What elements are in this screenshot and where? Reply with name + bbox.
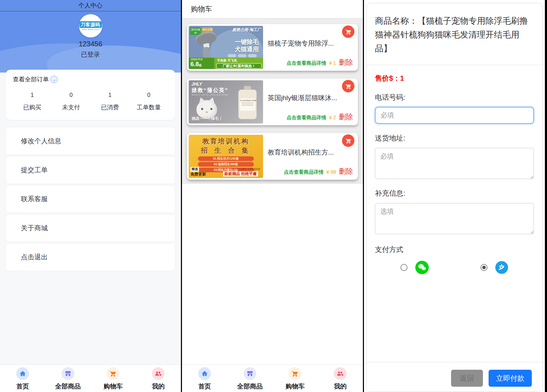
image-price-box: 活动到手价 6.8起	[189, 58, 214, 69]
cart-item-title[interactable]: 英国jhly银渐层猫咪沐...	[268, 93, 337, 103]
cart-item-actions: 点击查看商品详情 ¥ 1 删除	[287, 58, 353, 67]
menu-item-contact-support[interactable]: 联系客服	[6, 185, 175, 213]
cart-badge-icon[interactable]	[342, 134, 354, 147]
content-bar: 02.地推招生368套	[198, 162, 254, 167]
cart-item-brush: 满300减30 赠送运费险 新势力周·淘工厂 一键除毛 犬猫通用 活动到手价 6…	[187, 24, 358, 71]
stat-label: 已消费	[91, 103, 130, 111]
menu-item-logout[interactable]: 点击退出	[6, 243, 175, 271]
cart-icon	[107, 367, 119, 380]
image-headline: 一键除毛	[235, 38, 259, 46]
view-detail-link[interactable]: 点击查看商品详情	[287, 60, 326, 67]
wechat-radio[interactable]	[400, 264, 408, 271]
order-form: 售价$：1 电话号码: 送货地址: 补充信息: 支付方式	[366, 74, 542, 274]
sale-price: 售价$：1	[375, 74, 534, 83]
delete-button[interactable]: 删除	[339, 58, 353, 67]
profile-menu: 修改个人信息 提交工单 联系客服 关于商城 点击退出	[0, 127, 181, 271]
address-label: 送货地址:	[375, 133, 534, 143]
cart-item-shampoo: JHLY 拯救“蒲公英” MAGIC CATS LOVE BATHING CLE…	[187, 79, 358, 125]
nav-item-all-products[interactable]: 全部商品	[45, 365, 91, 392]
alipay-radio[interactable]	[480, 264, 488, 271]
nav-item-cart[interactable]: 购物车	[273, 365, 318, 392]
cart-panel: 购物车 满300减30 赠送运费险 新势力周·淘工厂 一键除毛 犬猫通用 活	[182, 0, 364, 392]
nav-item-me[interactable]: 我的	[318, 365, 363, 392]
product-image-brush[interactable]: 满300减30 赠送运费险 新势力周·淘工厂 一键除毛 犬猫通用 活动到手价 6…	[189, 26, 263, 69]
wechat-icon	[415, 261, 429, 274]
delete-button[interactable]: 删除	[339, 167, 353, 176]
image-note: 24小时自动发货 百度网盘秒发	[232, 168, 260, 171]
image-slogans: 不伤肤 不飞毛 厂家让利 限时疯抢！	[214, 58, 263, 69]
product-name: 商品名称：【猫梳子宠物专用除浮毛刷撸猫神器针梳狗狗猫咪毛发清理开结毛用品】	[366, 3, 542, 65]
cart-icon	[289, 367, 301, 380]
payment-option-alipay[interactable]	[455, 261, 534, 274]
nav-item-all-products[interactable]: 全部商品	[227, 365, 273, 392]
image-headline: 拯救“蒲公英”	[192, 87, 228, 94]
cart-badge-icon[interactable]	[342, 80, 354, 92]
image-headline: 教育培训机构	[189, 137, 263, 146]
cart-item-actions: 点击查看商品详情 ¥ 2 删除	[287, 112, 353, 122]
page-title: 购物车	[191, 4, 212, 14]
nav-item-cart[interactable]: 购物车	[91, 365, 136, 392]
stat-tickets: 0 工单数量	[129, 92, 168, 111]
nav-label: 购物车	[285, 382, 304, 391]
image-slogan: 挑战——不掉毛！	[192, 116, 223, 121]
nav-item-home[interactable]: 首页	[182, 365, 227, 392]
menu-item-about-mall[interactable]: 关于商城	[6, 214, 175, 242]
nav-label: 首页	[16, 382, 29, 391]
stat-label: 未支付	[52, 103, 91, 111]
stat-value: 0	[129, 92, 168, 98]
product-image-shampoo[interactable]: JHLY 拯救“蒲公英” MAGIC CATS LOVE BATHING CLE…	[189, 80, 263, 123]
image-note: 款款精品 拒绝平庸	[223, 171, 258, 177]
view-all-orders-label: 查看全部订单	[13, 75, 49, 83]
cart-header: 购物车	[182, 0, 363, 18]
profile-hero: 刀客源码 www.dkewl.com 123456 已登录	[0, 11, 181, 73]
page-title: 个人中心	[79, 1, 103, 10]
cart-item-title[interactable]: 猫梳子宠物专用除浮...	[268, 39, 337, 48]
logo-badge: 刀客源码	[79, 21, 102, 28]
cart-badge-icon[interactable]	[342, 25, 354, 38]
order-footer: 返回 立即付款	[366, 362, 542, 392]
alipay-icon	[495, 261, 508, 274]
image-note: 精选 免费更新	[190, 165, 206, 177]
payment-options	[375, 261, 534, 274]
campaign-text: 新势力周·淘工厂	[232, 27, 261, 33]
cart-item-education: 教育培训机构 招 生 合 集 01.招生话术1290套 02.地推招生368套 …	[187, 133, 358, 180]
nav-label: 购物车	[103, 382, 122, 391]
orders-stats-card: 查看全部订单 → 1 已购买 0 未支付 1 已消费 0 工单数量	[6, 70, 175, 120]
avatar[interactable]: 刀客源码 www.dkewl.com	[79, 14, 102, 38]
store-icon	[244, 367, 256, 380]
cart-list: 满300减30 赠送运费险 新势力周·淘工厂 一键除毛 犬猫通用 活动到手价 6…	[182, 18, 363, 184]
phone-input[interactable]	[375, 107, 534, 124]
item-price: ¥ 99	[326, 169, 336, 175]
bottom-nav: 首页 全部商品 购物车 我的	[182, 364, 363, 392]
nav-item-home[interactable]: 首页	[0, 365, 45, 392]
cart-item-title[interactable]: 教育培训机构招生方...	[268, 148, 337, 157]
login-status: 已登录	[0, 50, 181, 59]
view-detail-link[interactable]: 点击查看商品详情	[284, 169, 324, 175]
extra-info-input[interactable]	[375, 203, 534, 234]
view-all-orders-link[interactable]: 查看全部订单 →	[13, 75, 168, 83]
users-icon	[334, 367, 347, 380]
menu-item-edit-profile[interactable]: 修改个人信息	[6, 127, 175, 155]
menu-item-submit-ticket[interactable]: 提交工单	[6, 156, 175, 184]
image-headline: 招 生 合 集	[189, 146, 263, 155]
address-input[interactable]	[375, 148, 534, 179]
item-price: ¥ 1	[329, 60, 336, 66]
back-button[interactable]: 返回	[451, 370, 483, 387]
pay-now-button[interactable]: 立即付款	[489, 370, 532, 387]
bottom-nav: 首页 全部商品 购物车 我的	[0, 364, 181, 392]
order-card: 商品名称：【猫梳子宠物专用除浮毛刷撸猫神器针梳狗狗猫咪毛发清理开结毛用品】 售价…	[366, 3, 543, 392]
stat-value: 0	[52, 92, 91, 98]
cart-item-actions: 点击查看商品详情 ¥ 99 删除	[284, 167, 353, 176]
view-detail-link[interactable]: 点击查看商品详情	[287, 115, 326, 121]
product-image-education[interactable]: 教育培训机构 招 生 合 集 01.招生话术1290套 02.地推招生368套 …	[189, 135, 263, 178]
image-headline: 犬猫通用	[235, 45, 259, 53]
delete-button[interactable]: 删除	[339, 112, 353, 122]
nav-label: 首页	[198, 382, 211, 391]
nav-label: 全部商品	[237, 382, 263, 391]
nav-item-me[interactable]: 我的	[136, 365, 181, 392]
payment-option-wechat[interactable]	[375, 261, 455, 274]
stat-consumed: 1 已消费	[91, 92, 130, 111]
nav-label: 我的	[334, 382, 347, 391]
brand-text: JHLY	[192, 82, 202, 87]
feature-pills	[228, 54, 257, 57]
